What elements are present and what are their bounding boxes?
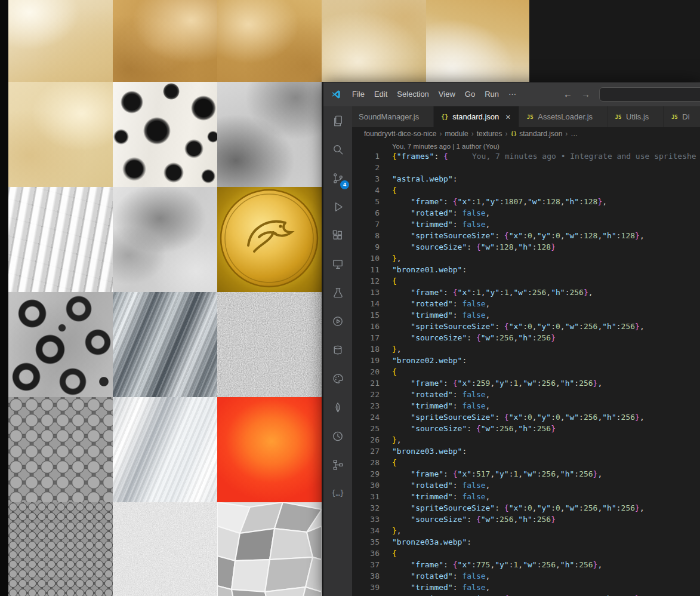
menu-file[interactable]: File [347,82,369,106]
code-line[interactable]: 36{ [352,549,700,560]
code-line[interactable]: 16 "spriteSourceSize": {"x":0,"y":0,"w":… [352,322,700,333]
clock-icon [331,429,345,443]
code-line[interactable]: 4{ [352,186,700,197]
code-line[interactable]: 5 "frame": {"x":1,"y":1807,"w":128,"h":1… [352,197,700,208]
code-line[interactable]: 33 "sourceSize": {"w":256,"h":256} [352,515,700,526]
command-center-search[interactable] [599,87,700,102]
code-line-text: }, [392,345,402,356]
close-tab-icon[interactable]: × [504,112,512,122]
line-number: 21 [352,379,381,390]
code-line[interactable]: 6 "rotated": false, [352,208,700,220]
texture-tile-speckle-noise [113,502,217,596]
activity-remote-explorer[interactable] [323,250,352,278]
code-area[interactable]: You, 7 minutes ago | 1 author (You)1{"fr… [352,140,700,596]
code-line[interactable]: 3"astral.webp": [352,174,700,186]
line-number: 11 [352,265,381,277]
line-number: 32 [352,503,381,515]
code-line[interactable]: 14 "rotated": false, [352,299,700,311]
activity-database[interactable] [323,336,352,364]
tab-soundmanager-js[interactable]: SoundManager.js [352,106,434,127]
code-line-text: "frame": {"x":259,"y":1,"w":256,"h":256}… [392,379,602,390]
chevron-right-icon: › [505,130,507,138]
js-file-icon: JS [614,114,622,120]
code-line[interactable]: 2 [352,163,700,174]
code-line[interactable]: 34}, [352,526,700,537]
line-number: 36 [352,549,381,560]
code-line[interactable]: 24 "spriteSourceSize": {"x":0,"y":0,"w":… [352,413,700,424]
activity-mongodb[interactable] [323,393,352,422]
activity-explorer[interactable] [323,106,352,135]
activity-clock[interactable] [323,422,352,450]
code-line[interactable]: 7 "trimmed": false, [352,220,700,231]
line-number: 15 [352,311,381,322]
activity-extensions[interactable] [323,221,352,250]
breadcrumb-item-root[interactable]: foundryvtt-dice-so-nice [364,130,436,138]
code-line[interactable]: 11"bronze01.webp": [352,265,700,277]
code-line[interactable]: 17 "sourceSize": {"w":256,"h":256} [352,333,700,345]
line-number: 7 [352,220,381,231]
breadcrumb-item-file[interactable]: standard.json [519,130,562,138]
activity-run-debug[interactable] [323,192,352,221]
code-line[interactable]: 13 "frame": {"x":1,"y":1,"w":256,"h":256… [352,288,700,299]
breadcrumb-item-module[interactable]: module [445,130,468,138]
texture-tile-gold-wash [322,0,426,82]
activity-theme-palette[interactable] [323,364,352,393]
menu-more-icon[interactable]: ⋯ [504,82,521,106]
activity-source-control[interactable]: 4 [323,164,352,192]
code-line[interactable]: 28{ [352,458,700,469]
code-line[interactable]: 12{ [352,277,700,288]
code-line[interactable]: 21 "frame": {"x":259,"y":1,"w":256,"h":2… [352,379,700,390]
code-line[interactable]: 19"bronze02.webp": [352,356,700,367]
code-line[interactable]: 22 "rotated": false, [352,390,700,401]
tab-di-clipped[interactable]: JS Di [664,106,700,127]
texture-tile-stone-noise [217,292,322,397]
nav-back-icon[interactable]: ← [563,82,572,106]
code-line[interactable]: 31 "trimmed": false, [352,492,700,503]
menu-selection[interactable]: Selection [392,82,433,106]
code-line[interactable]: 35"bronze03a.webp": [352,537,700,549]
code-line[interactable]: 1{"frames": {You, 7 minutes ago • Integr… [352,152,700,163]
search-icon [331,143,345,156]
activity-search[interactable] [323,135,352,164]
code-line[interactable]: 26}, [352,435,700,447]
code-line[interactable]: 39 "trimmed": false, [352,583,700,594]
breadcrumb-item-textures[interactable]: textures [477,130,502,138]
menu-go[interactable]: Go [460,82,480,106]
code-line[interactable]: 18}, [352,345,700,356]
line-number: 37 [352,560,381,572]
code-line[interactable]: 10}, [352,254,700,265]
codelens-blame[interactable]: You, 7 minutes ago | 1 author (You) [352,140,700,152]
code-line[interactable]: 15 "trimmed": false, [352,311,700,322]
code-line[interactable]: 38 "rotated": false, [352,572,700,583]
code-line[interactable]: 29 "frame": {"x":517,"y":1,"w":256,"h":2… [352,469,700,481]
breadcrumb-item-symbol[interactable]: … [571,130,578,138]
menu-view[interactable]: View [434,82,460,106]
code-line[interactable]: 9 "sourceSize": {"w":128,"h":128} [352,242,700,254]
nav-forward-icon[interactable]: → [581,82,590,106]
code-line[interactable]: 20{ [352,367,700,379]
menu-run[interactable]: Run [480,82,504,106]
code-line[interactable]: 32 "spriteSourceSize": {"x":0,"y":0,"w":… [352,503,700,515]
activity-project-hierarchy[interactable] [323,450,352,479]
tab-standard-json[interactable]: {} standard.json × [434,106,519,127]
database-icon [331,343,345,357]
line-number: 9 [352,242,381,254]
code-line[interactable]: 37 "frame": {"x":775,"y":1,"w":256,"h":2… [352,560,700,572]
activity-live-preview[interactable] [323,307,352,336]
line-number: 14 [352,299,381,311]
activity-snippets[interactable]: {…} [323,479,352,508]
tab-assetsloader-js[interactable]: JS AssetsLoader.js [519,106,608,127]
menu-edit[interactable]: Edit [369,82,392,106]
code-line-text: "trimmed": false, [392,311,490,322]
line-number: 29 [352,469,381,481]
line-number: 5 [352,197,381,208]
code-line[interactable]: 8 "spriteSourceSize": {"x":0,"y":0,"w":1… [352,231,700,242]
tab-utils-js[interactable]: JS Utils.js [608,106,664,127]
code-line[interactable]: 30 "rotated": false, [352,481,700,492]
line-number: 13 [352,288,381,299]
code-line[interactable]: 23 "trimmed": false, [352,401,700,413]
code-line[interactable]: 25 "sourceSize": {"w":256,"h":256} [352,424,700,435]
activity-testing[interactable] [323,278,352,307]
tab-label: SoundManager.js [359,112,419,121]
code-line[interactable]: 27"bronze03.webp": [352,447,700,458]
